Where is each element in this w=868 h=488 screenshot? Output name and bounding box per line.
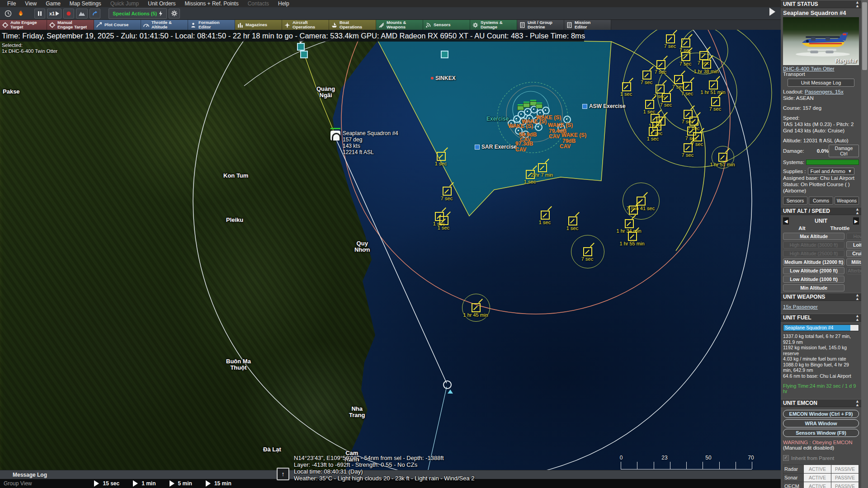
unit-weapons-header[interactable]: UNIT WEAPONS ▲▲	[781, 293, 861, 301]
record-button[interactable]	[63, 9, 74, 19]
ribbon-button-sensors[interactable]: Sensors	[423, 20, 470, 30]
surface-contact-symbol[interactable]	[542, 107, 550, 114]
pause-button[interactable]	[34, 9, 45, 19]
alt-button-low-altitude-1000-ft-[interactable]: Low Altitude (1000 ft)	[783, 276, 844, 283]
menu-item-help[interactable]: Help	[274, 0, 294, 7]
ribbon-button-auto-engage-target[interactable]: Auto EngageTarget	[0, 20, 47, 30]
ribbon-button-unit-group-doctrine[interactable]: Unit / GroupDoctrine	[517, 20, 564, 30]
time-step-15-sec[interactable]: 15 sec	[94, 480, 119, 487]
own-unit-symbol-seaplane[interactable]	[330, 131, 340, 141]
terrain-view-button[interactable]	[76, 9, 88, 19]
alt-button-medium-altitude-12000-ft-[interactable]: Medium Altitude (12000 ft)	[783, 258, 844, 266]
group-view-label[interactable]: Group View	[4, 480, 32, 487]
ribbon-button-mounts-weapons[interactable]: Mounts &Weapons	[376, 20, 423, 30]
fire-button[interactable]	[15, 9, 26, 19]
facility-symbol[interactable]	[297, 43, 305, 51]
radar-passive-button[interactable]: PASSIVE	[831, 465, 859, 473]
tab-comms[interactable]: Comms	[809, 197, 833, 205]
sidebar-scrollbar[interactable]	[861, 0, 868, 488]
unknown-contact-symbol[interactable]	[443, 187, 452, 196]
unknown-contact-symbol[interactable]	[472, 303, 481, 312]
time-step-1-min[interactable]: 1 min	[133, 480, 156, 487]
oecm-passive-button[interactable]: PASSIVE	[831, 482, 859, 488]
ribbon-button-mission-editor[interactable]: MissionEditor	[564, 20, 611, 30]
facility-symbol[interactable]	[300, 51, 308, 58]
ribbon-button-manual-engage-target[interactable]: ManualEngage Target	[47, 20, 94, 30]
unknown-contact-symbol[interactable]	[583, 247, 592, 256]
alt-button-low-altitude-2000-ft-[interactable]: Low Altitude (2000 ft)	[783, 267, 844, 274]
unknown-contact-symbol[interactable]	[642, 70, 651, 80]
scope-next-button[interactable]: ▶	[853, 217, 859, 225]
unknown-contact-symbol[interactable]	[656, 84, 665, 94]
menu-item-game[interactable]: Game	[41, 0, 65, 7]
unknown-contact-symbol[interactable]	[622, 82, 631, 91]
loadout-link[interactable]: Passengers, 15x	[805, 89, 844, 94]
oecm-active-button[interactable]: ACTIVE	[804, 482, 831, 488]
undo-button[interactable]	[90, 9, 100, 19]
unknown-contact-symbol[interactable]	[541, 211, 550, 220]
unknown-contact-symbol[interactable]	[629, 206, 638, 215]
unit-emcon-header[interactable]: UNIT EMCON ▲▲	[781, 399, 861, 407]
unknown-contact-symbol[interactable]	[568, 216, 577, 225]
unknown-contact-symbol[interactable]	[702, 60, 711, 69]
time-step-5-min[interactable]: 5 min	[170, 480, 192, 487]
menu-item-view[interactable]: View	[20, 0, 41, 7]
unknown-contact-symbol[interactable]	[538, 163, 547, 172]
tab-sensors[interactable]: Sensors	[783, 197, 807, 205]
tab-weapons[interactable]: Weapons	[835, 197, 859, 205]
unknown-contact-symbol[interactable]	[689, 117, 698, 126]
unknown-contact-symbol[interactable]	[711, 97, 720, 106]
unit-type-link[interactable]: DHC-6-400 Twin Otter	[783, 66, 835, 71]
menu-item-file[interactable]: File	[3, 0, 20, 7]
plotted-course-waypoint[interactable]	[443, 380, 452, 389]
sonar-passive-button[interactable]: PASSIVE	[831, 474, 859, 482]
alt-button-max-altitude[interactable]: Max Altitude	[783, 233, 844, 240]
unit-alt-speed-header[interactable]: UNIT ALT / SPEED ▲▲	[781, 207, 861, 215]
clock-icon-button[interactable]	[3, 9, 14, 19]
supplies-dropdown[interactable]: Fuel and Ammo ▼	[808, 168, 855, 175]
unknown-contact-symbol[interactable]	[681, 38, 690, 47]
sensors-window-button[interactable]: Sensors Window (F9)	[783, 429, 859, 437]
special-actions-button[interactable]: Special Actions (5)	[108, 8, 167, 19]
sidebar-expand-arrow[interactable]	[769, 8, 775, 16]
unknown-contact-symbol[interactable]	[662, 93, 671, 102]
inherit-checkbox[interactable]: ✓	[783, 455, 789, 461]
ribbon-button-systems-damage[interactable]: Systems &Damage	[470, 20, 517, 30]
damage-ctrl-button[interactable]: Damage Ctrl	[829, 145, 859, 157]
panel-up-button[interactable]: ↑	[277, 468, 289, 480]
unknown-contact-symbol[interactable]	[674, 75, 683, 84]
settings-button[interactable]	[169, 9, 180, 19]
ribbon-button-magazines[interactable]: Magazines	[235, 20, 282, 30]
ribbon-button-aircraft-operations[interactable]: AircraftOperations	[282, 20, 329, 30]
facility-symbol[interactable]	[441, 51, 448, 58]
unknown-contact-symbol[interactable]	[637, 197, 646, 206]
alt-button-min-altitude[interactable]: Min Altitude	[783, 284, 844, 291]
friendly-ship-symbol[interactable]	[523, 103, 530, 108]
unit-message-log-button[interactable]: Unit Message Log	[788, 79, 854, 87]
unknown-contact-symbol[interactable]	[437, 152, 446, 161]
unknown-contact-symbol[interactable]	[709, 80, 718, 89]
menu-item-map-settings[interactable]: Map Settings	[65, 0, 106, 7]
unknown-contact-symbol[interactable]	[699, 51, 708, 60]
unknown-contact-symbol[interactable]	[681, 52, 690, 61]
unknown-contact-symbol[interactable]	[684, 143, 693, 152]
sidebar-scrollbar-thumb[interactable]	[862, 2, 867, 70]
unknown-contact-symbol[interactable]	[628, 232, 637, 241]
unknown-contact-symbol[interactable]	[693, 132, 702, 141]
menu-item-unit-orders[interactable]: Unit Orders	[143, 0, 180, 7]
ribbon-button-throttle-altitude[interactable]: Throttle &Altitude	[141, 20, 188, 30]
unknown-contact-symbol[interactable]	[645, 100, 654, 109]
unit-status-header[interactable]: UNIT STATUS ▲▲	[781, 0, 861, 8]
ribbon-button-boat-operations[interactable]: BoatOperations	[329, 20, 376, 30]
time-compression-button[interactable]: x1	[47, 9, 61, 19]
unknown-contact-symbol[interactable]	[683, 82, 692, 91]
ribbon-button-formation-editor[interactable]: FormationEditor	[188, 20, 235, 30]
emcon-window-button[interactable]: EMCON Window (Ctrl + F9)	[783, 410, 859, 418]
unknown-contact-symbol[interactable]	[439, 216, 448, 225]
ribbon-button-plot-course[interactable]: Plot Course	[94, 20, 141, 30]
unknown-contact-symbol[interactable]	[666, 34, 675, 43]
friendly-ship-symbol[interactable]	[536, 104, 542, 108]
unknown-contact-symbol[interactable]	[625, 219, 634, 228]
unknown-contact-symbol[interactable]	[718, 153, 727, 162]
radar-active-button[interactable]: ACTIVE	[804, 465, 831, 473]
